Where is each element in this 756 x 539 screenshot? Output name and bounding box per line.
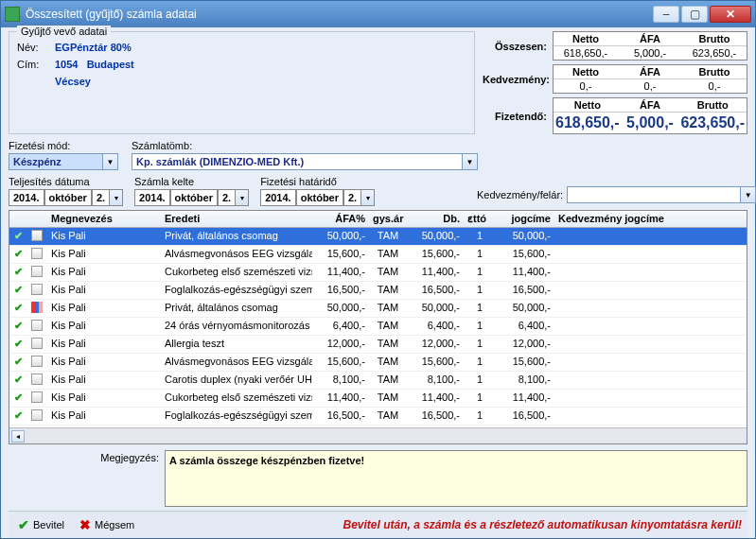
notes-textarea[interactable]: A számla összege készpénzben fizetve! [165,450,747,507]
cell-original: Foglalkozás-egészségügyi szemé [161,282,312,299]
cell-name: Kis Pali [47,372,161,389]
cell-original: Alvásmegvonásos EEG vizsgála [161,354,312,371]
row-type-icon [26,282,47,299]
scroll-left-icon[interactable]: ◂ [11,430,25,443]
cell-d2: 50,000,- [486,228,554,245]
customer-legend: Gyűjtő vevő adatai [17,26,111,37]
table-row[interactable]: ✔Kis PaliFoglalkozás-egészségügyi szemé1… [9,282,747,300]
table-row[interactable]: ✔Kis Pali24 órás vérnyomásmonitorozás (A… [9,318,747,336]
cancel-button[interactable]: ✖ Mégsem [72,515,142,534]
check-icon: ✔ [9,228,26,245]
table-row[interactable]: ✔Kis PaliFoglalkozás-egészségügyi szemé1… [9,408,747,426]
cell-d1: 8,100,- [407,372,464,389]
cell-e: 1 [464,264,486,281]
kedvezmeny-felar-combo[interactable]: ▼ [567,186,756,203]
chevron-down-icon[interactable]: ▼ [103,153,118,170]
col-megnevezes[interactable]: Megnevezés [47,211,161,227]
cell-e: 1 [464,282,486,299]
szamlatomb-input[interactable] [132,153,463,170]
cell-afa: 11,400,- [312,390,369,407]
cell-name: Kis Pali [47,264,161,281]
cell-kedjog [554,354,747,371]
table-row[interactable]: ✔Kis PaliPrivát, általános csomag50,000,… [9,228,747,246]
cell-afa: 12,000,- [312,336,369,353]
spinner-icon[interactable]: ▾ [361,189,375,206]
cell-name: Kis Pali [47,228,161,245]
cell-d2: 11,400,- [486,264,554,281]
fizmod-combo[interactable]: ▼ [9,153,122,170]
cell-gys: TAM [369,228,407,245]
teljesites-date[interactable]: 2014. október 2. ▾ [9,189,123,206]
chevron-down-icon[interactable]: ▼ [741,186,756,203]
col-afa[interactable]: ÁFA% [312,211,369,227]
customer-addr-zip: 1054 [55,59,78,70]
table-row[interactable]: ✔Kis PaliAlvásmegvonásos EEG vizsgála15,… [9,246,747,264]
cell-gys: TAM [369,264,407,281]
cell-e: 1 [464,336,486,353]
check-icon: ✔ [9,318,26,335]
ok-button[interactable]: ✔ Bevitel [10,515,72,534]
cell-gys: TAM [369,408,407,425]
customer-group: Gyűjtő vevő adatai Név: EGPénztár 80% Cí… [9,31,475,134]
cell-name: Kis Pali [47,390,161,407]
col-jogcime[interactable]: jogcíme [486,211,554,227]
app-icon [5,7,20,22]
close-button[interactable]: ✕ [710,6,751,23]
grid-body[interactable]: ✔Kis PaliPrivát, általános csomag50,000,… [9,228,747,427]
fizetendo-afa: 5,000,- [622,113,679,133]
spinner-icon[interactable]: ▾ [110,189,123,206]
cell-d1: 16,500,- [407,282,464,299]
cell-gys: TAM [369,354,407,371]
totals-fizetendo-label: Fizetendő: [483,111,553,122]
fizetendo-brutto: 623,650,- [678,113,747,133]
chevron-down-icon[interactable]: ▼ [463,153,478,170]
cell-original: Foglalkozás-egészségügyi szemé [161,408,312,425]
hatarido-date[interactable]: 2014. október 2. ▾ [260,189,375,206]
cell-d1: 50,000,- [407,300,464,317]
cell-name: Kis Pali [47,282,161,299]
col-db[interactable]: Db. [407,211,464,227]
cell-gys: TAM [369,336,407,353]
spinner-icon[interactable]: ▾ [236,189,249,206]
h-scrollbar[interactable]: ◂ [9,427,747,443]
kelte-date[interactable]: 2014. október 2. ▾ [134,189,249,206]
hatarido-label: Fizetési határidő [260,176,375,187]
customer-addr-city: Budapest [87,59,134,70]
cell-kedjog [554,390,747,407]
maximize-button[interactable]: ▢ [681,6,708,23]
fizmod-input[interactable] [9,153,103,170]
cell-afa: 16,500,- [312,408,369,425]
col-eredeti[interactable]: Eredeti [161,211,312,227]
cell-afa: 15,600,- [312,354,369,371]
customer-name-label: Név: [17,42,55,53]
cell-afa: 8,100,- [312,372,369,389]
table-row[interactable]: ✔Kis PaliCukorbeteg első szemészeti vizs… [9,264,747,282]
col-gysar[interactable]: gys.ár [369,211,407,227]
table-row[interactable]: ✔Kis PaliCarotis duplex (nyaki verőér UH… [9,372,747,390]
kedvezmeny-brutto: 0,- [682,79,747,93]
col-kedvjogcime[interactable]: Kedvezmény jogcíme [554,211,747,227]
szamlatomb-combo[interactable]: ▼ [132,153,482,170]
cell-e: 1 [464,372,486,389]
kedvezmeny-felar-input[interactable] [567,186,741,203]
cell-original: Privát, általános csomag [161,300,312,317]
fizetendo-netto: 618,650,- [554,113,622,133]
table-row[interactable]: ✔Kis PaliPrivát, általános csomag50,000,… [9,300,747,318]
cell-gys: TAM [369,300,407,317]
notes-label: Megjegyzés: [9,450,165,507]
row-type-icon [26,372,47,389]
table-row[interactable]: ✔Kis PaliAllergia teszt12,000,-TAM12,000… [9,336,747,354]
minimize-button[interactable]: – [653,6,679,23]
cell-original: Cukorbeteg első szemészeti vizs [161,390,312,407]
titlebar[interactable]: Összesített (gyűjtő) számla adatai – ▢ ✕ [1,1,755,27]
osszesen-netto: 618,650,- [554,46,618,60]
totals-kedvezmeny-label: Kedvezmény: [483,74,553,85]
cell-kedjog [554,336,747,353]
col-ettar[interactable]: ɛttó ɛ́ny [464,211,486,227]
cell-d2: 15,600,- [486,354,554,371]
table-row[interactable]: ✔Kis PaliAlvásmegvonásos EEG vizsgála15,… [9,354,747,372]
footer-warning: Bevitel után, a számla és a részletező a… [142,518,746,531]
cell-original: 24 órás vérnyomásmonitorozás (A [161,318,312,335]
table-row[interactable]: ✔Kis PaliCukorbeteg első szemészeti vizs… [9,390,747,408]
fizmod-label: Fizetési mód: [9,140,122,151]
